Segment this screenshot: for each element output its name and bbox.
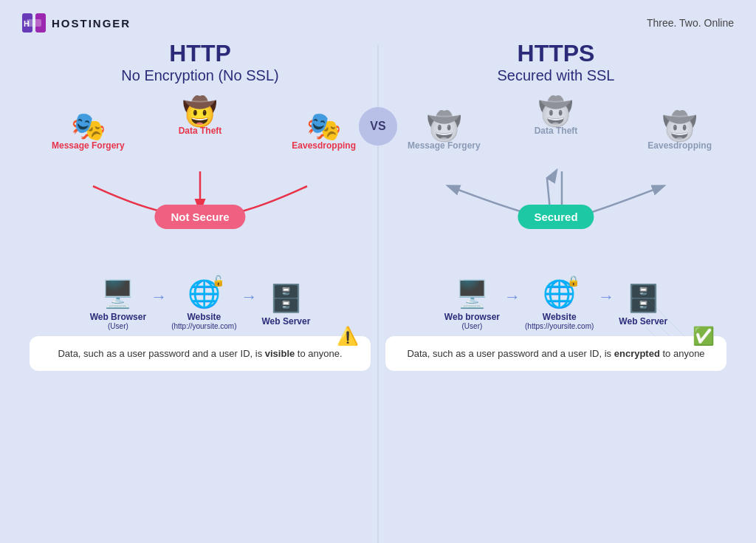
http-data-theft-icon: 🤠 [182, 98, 217, 126]
logo-text: HOSTINGER [52, 17, 131, 30]
http-website-sub: (http://yoursite.com) [171, 322, 236, 330]
https-browser-sub: (User) [462, 322, 483, 330]
https-info-text-1: Data, such as a user password and a user… [407, 348, 614, 359]
page: H HOSTINGER Three. Two. Online VS HTTP N… [0, 0, 756, 543]
https-data-theft-label: Data Theft [535, 126, 578, 136]
http-data-theft-label: Data Theft [179, 126, 222, 136]
https-threat-area: 🤠 Message Forgery 🤠 Data Theft 🤠 Eavesdr… [385, 90, 726, 275]
logo: H HOSTINGER [22, 13, 131, 33]
https-browser-icon: 🖥️ [456, 279, 489, 310]
https-info-bold: encrypted [614, 348, 660, 359]
vs-badge: VS [359, 107, 397, 146]
secured-badge: Secured [518, 205, 594, 229]
https-info-box: ✅ Data, such as a user password and a us… [385, 336, 726, 371]
http-message-forgery-label: Message Forgery [52, 140, 125, 151]
http-eavesdropping-label: Eavesdropping [292, 140, 356, 151]
https-subtitle: Secured with SSL [385, 67, 726, 84]
http-lock-icon: 🔓 [212, 275, 224, 287]
https-browser-device: 🖥️ Web browser (User) [444, 279, 500, 330]
http-title: HTTP [30, 40, 371, 67]
http-message-forgery-figure: 🎭 Message Forgery [52, 112, 125, 151]
https-eavesdropping-figure: 🤠 Eavesdropping [647, 112, 712, 151]
https-lock-icon: 🔒 [567, 275, 580, 287]
svg-text:H: H [24, 19, 30, 28]
https-website-device: 🌐 🔒 Website (https://yoursite.com) [525, 279, 594, 330]
https-message-forgery-label: Message Forgery [408, 140, 481, 151]
http-eavesdropping-figure: 🎭 Eavesdropping [292, 112, 356, 151]
http-info-bold: visible [265, 348, 295, 359]
http-browser-device: 🖥️ Web Browser (User) [90, 279, 146, 330]
https-website-sub: (https://yoursite.com) [525, 322, 594, 330]
https-info-text-2: to anyone [663, 348, 705, 359]
http-arrow-1: → [151, 287, 167, 307]
https-message-forgery-figure: 🤠 Message Forgery [408, 112, 481, 151]
https-title-block: HTTPS Secured with SSL [385, 40, 726, 84]
header: H HOSTINGER Three. Two. Online [22, 13, 734, 33]
http-website-wrap: 🌐 🔓 [188, 279, 221, 312]
http-server-name: Web Server [262, 316, 311, 327]
https-check-icon: ✅ [693, 326, 715, 346]
https-browser-name: Web browser [444, 312, 500, 322]
http-info-text-1: Data, such as a user password and a user… [58, 348, 264, 359]
https-data-theft-icon: 🤠 [538, 98, 573, 126]
hostinger-logo-icon: H [22, 13, 46, 33]
http-info-box: ⚠️ Data, such as a user password and a u… [30, 336, 371, 371]
http-panel: HTTP No Encryption (No SSL) [22, 40, 378, 371]
http-website-device: 🌐 🔓 Website (http://yoursite.com) [171, 279, 236, 330]
https-panel: HTTPS Secured with SSL [378, 40, 734, 371]
https-arrow-2: → [598, 287, 614, 307]
https-arrow-1: → [504, 287, 520, 307]
https-devices-row: 🖥️ Web browser (User) → 🌐 🔒 Website (htt… [385, 279, 726, 330]
http-browser-name: Web Browser [90, 312, 146, 322]
not-secure-badge: Not Secure [154, 205, 245, 229]
http-devices-row: 🖥️ Web Browser (User) → 🌐 🔓 Website (htt… [30, 279, 371, 330]
https-message-forgery-icon: 🤠 [427, 112, 461, 140]
http-arrow-2: → [241, 287, 258, 307]
http-data-theft-figure: 🤠 Data Theft [179, 98, 222, 136]
https-server-icon: 🗄️ [627, 283, 660, 314]
http-threat-area: 🎭 Message Forgery 🤠 Data Theft 🎭 Eavesdr… [30, 90, 371, 275]
http-browser-sub: (User) [108, 322, 128, 330]
main-content: HTTP No Encryption (No SSL) [22, 40, 734, 371]
https-data-theft-figure: 🤠 Data Theft [535, 98, 578, 136]
http-server-icon: 🗄️ [269, 283, 303, 314]
https-website-name: Website [543, 312, 577, 322]
tagline: Three. Two. Online [647, 17, 734, 29]
https-server-device: 🗄️ Web Server [619, 283, 667, 327]
https-eavesdropping-label: Eavesdropping [647, 140, 712, 151]
http-info-text-2: to anyone. [298, 348, 343, 359]
http-website-name: Website [187, 312, 221, 322]
http-server-device: 🗄️ Web Server [262, 283, 311, 327]
http-title-block: HTTP No Encryption (No SSL) [30, 40, 371, 84]
http-warning-icon: ⚠️ [337, 326, 359, 346]
http-message-forgery-icon: 🎭 [71, 112, 106, 140]
https-eavesdropping-icon: 🤠 [662, 112, 697, 140]
http-eavesdropping-icon: 🎭 [306, 112, 341, 140]
http-browser-icon: 🖥️ [101, 279, 134, 310]
https-title: HTTPS [385, 40, 726, 67]
https-website-wrap: 🌐 🔒 [543, 279, 576, 312]
https-server-name: Web Server [619, 316, 667, 327]
http-subtitle: No Encryption (No SSL) [30, 67, 371, 84]
